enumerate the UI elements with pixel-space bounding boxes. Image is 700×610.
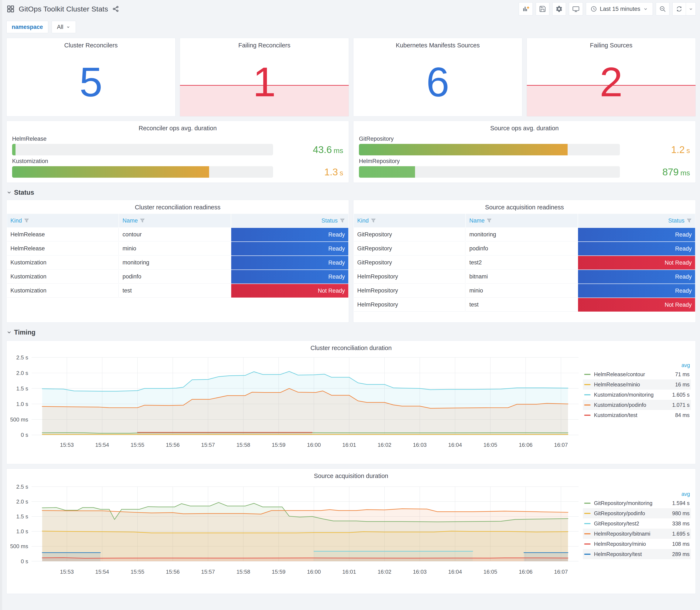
legend-series-name: HelmRelease/minio — [594, 382, 663, 388]
legend-item[interactable]: HelmRepository/minio108 ms — [583, 539, 691, 549]
gauge-value-number: 1.3 — [324, 166, 338, 177]
sidebar-edge — [0, 0, 2, 610]
cell-name: podinfo — [119, 270, 231, 284]
refresh-interval-dropdown[interactable] — [686, 2, 696, 15]
time-range-picker[interactable]: Last 15 minutes — [586, 2, 653, 16]
refresh-button[interactable] — [672, 2, 686, 15]
filter-icon[interactable] — [140, 218, 145, 223]
stat-value: 1 — [180, 38, 349, 116]
cell-kind: HelmRelease — [7, 242, 118, 256]
legend-avg-header: avg — [583, 361, 691, 369]
svg-text:15:59: 15:59 — [272, 569, 286, 575]
column-header-label: Kind — [357, 218, 369, 224]
column-header-label: Status — [668, 218, 684, 224]
stat-row: Cluster Reconcilers5Failing Reconcilers1… — [6, 38, 696, 116]
legend-item[interactable]: GitRepository/test2338 ms — [583, 518, 691, 529]
section-header-status[interactable]: Status — [7, 189, 696, 196]
legend-item[interactable]: HelmRelease/contour71 ms — [583, 369, 691, 380]
legend-series-avg: 1.605 s — [663, 392, 689, 398]
svg-text:16:05: 16:05 — [484, 442, 497, 448]
zoom-out-icon — [659, 5, 666, 13]
status-badge: Not Ready — [578, 298, 695, 311]
legend-item[interactable]: GitRepository/podinfo980 ms — [583, 508, 691, 518]
table-row: HelmRepositorytestNot Ready — [354, 298, 695, 311]
svg-text:16:03: 16:03 — [413, 569, 427, 575]
cell-kind: GitRepository — [354, 256, 466, 270]
panel-title: Source ops avg. duration — [353, 121, 696, 132]
svg-text:500 ms: 500 ms — [10, 417, 28, 422]
legend-series-name: HelmRepository/bitnami — [594, 531, 663, 537]
legend-item[interactable]: HelmRepository/bitnami1.695 s — [583, 529, 691, 539]
stat-value: 6 — [353, 38, 522, 116]
chevron-down-icon — [688, 6, 694, 12]
namespace-variable-select[interactable]: All — [52, 21, 76, 33]
filter-icon[interactable] — [687, 218, 692, 223]
svg-text:16:05: 16:05 — [484, 569, 497, 575]
stat-value: 5 — [6, 38, 175, 116]
column-header-label: Name — [123, 218, 138, 224]
add-panel-button[interactable] — [519, 2, 533, 16]
legend-series-color — [584, 503, 590, 504]
share-icon[interactable] — [112, 5, 120, 13]
legend-item[interactable]: HelmRepository/test289 ms — [583, 549, 691, 559]
legend-series-color — [584, 404, 590, 405]
legend-item[interactable]: HelmRelease/minio16 ms — [583, 380, 691, 390]
legend-series-name: GitRepository/test2 — [594, 520, 663, 527]
filter-icon[interactable] — [24, 218, 29, 223]
table-row: GitRepositorymonitoringReady — [354, 228, 695, 241]
cell-kind: GitRepository — [354, 242, 466, 256]
legend-series-name: HelmRepository/test — [594, 551, 663, 557]
save-dashboard-button[interactable] — [536, 2, 549, 16]
column-header-status[interactable]: Status — [231, 214, 348, 227]
cell-kind: HelmRepository — [354, 284, 466, 298]
svg-text:15:58: 15:58 — [237, 442, 250, 448]
legend-series-name: Kustomization/monitoring — [594, 392, 663, 398]
gear-icon — [555, 5, 563, 13]
save-icon — [539, 5, 546, 13]
zoom-out-button[interactable] — [656, 2, 669, 16]
gauge-value: 1.3s — [279, 166, 343, 178]
section-header-timing[interactable]: Timing — [7, 328, 696, 336]
dashboard-page: GitOps Toolkit Cluster Stats — [0, 0, 700, 598]
svg-text:16:07: 16:07 — [554, 442, 568, 448]
cell-kind: Kustomization — [7, 256, 118, 270]
filter-icon[interactable] — [371, 218, 376, 223]
filter-icon[interactable] — [487, 218, 492, 223]
svg-text:16:03: 16:03 — [413, 442, 427, 448]
table-slot: KindNameStatusHelmReleasecontourReadyHel… — [6, 213, 349, 298]
dashboard-settings-button[interactable] — [552, 2, 566, 16]
legend-item[interactable]: Kustomization/monitoring1.605 s — [583, 390, 691, 400]
svg-text:16:02: 16:02 — [378, 569, 391, 575]
column-header-label: Kind — [11, 218, 22, 224]
legend-series-avg: 1.071 s — [663, 402, 689, 408]
cycle-view-button[interactable] — [569, 2, 583, 16]
legend-series-color — [584, 533, 590, 534]
section-title: Timing — [14, 328, 35, 336]
column-header-name[interactable]: Name — [466, 214, 577, 227]
dashboards-grid-icon[interactable] — [6, 5, 15, 13]
legend-item[interactable]: GitRepository/monitoring1.594 s — [583, 498, 691, 508]
cell-name: test2 — [466, 256, 577, 270]
series-area — [524, 552, 568, 561]
toolbar: Last 15 minutes — [519, 2, 696, 16]
legend-item[interactable]: Kustomization/test84 ms — [583, 410, 691, 420]
svg-text:15:53: 15:53 — [60, 442, 74, 448]
column-header-kind[interactable]: Kind — [7, 214, 118, 227]
legend-series-name: Kustomization/podinfo — [594, 402, 663, 408]
cell-kind: Kustomization — [7, 284, 118, 298]
column-header-name[interactable]: Name — [119, 214, 231, 227]
table-row: HelmRepositoryminioReady — [354, 284, 695, 298]
svg-text:15:59: 15:59 — [272, 442, 286, 448]
gauge-label: HelmRepository — [359, 158, 690, 164]
svg-text:1.5 s: 1.5 s — [16, 514, 28, 519]
legend-item[interactable]: Kustomization/podinfo1.071 s — [583, 400, 691, 410]
legend-series-avg: 16 ms — [663, 382, 689, 388]
svg-text:15:55: 15:55 — [130, 442, 144, 448]
column-header-status[interactable]: Status — [578, 214, 695, 227]
gauge-value-unit: ms — [333, 146, 343, 155]
filter-icon[interactable] — [340, 218, 345, 223]
gauge-row: 43.6ms — [12, 144, 343, 155]
column-header-label: Status — [321, 218, 338, 224]
column-header-kind[interactable]: Kind — [354, 214, 466, 227]
stat-panel-1: Failing Reconcilers1 — [180, 38, 349, 116]
